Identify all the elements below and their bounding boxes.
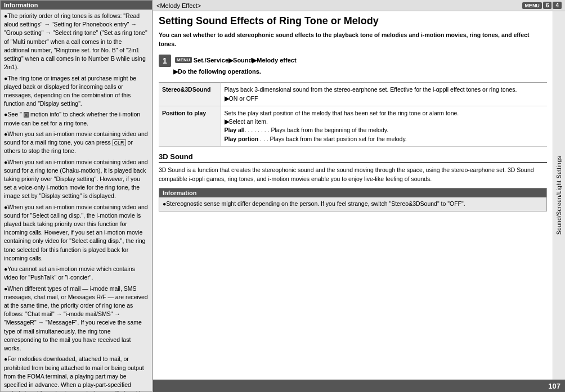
bottom-info-header: Information (159, 188, 546, 197)
left-bullet-3: ●See " □ motion info" to check whether t… (4, 110, 149, 127)
intro-text: You can set whether to add stereophonic … (159, 31, 547, 49)
left-bullet-8: ●When different types of mail — i-mode m… (4, 285, 149, 353)
step-line-1: 1 MENU Set./Service▶Sound▶Melody effect (159, 55, 547, 67)
menu-icon: MENU (522, 2, 542, 9)
dot-leader-2: . . . (258, 136, 270, 142)
table-cell-label-2: Position to play (159, 106, 221, 146)
table-row-position: Position to play Sets the play start pos… (159, 106, 547, 146)
arrow-icon-1: ▶ (225, 95, 229, 102)
page-number-bar: 107 (153, 380, 565, 392)
section-3d-body: 3D Sound is a function that creates the … (159, 166, 547, 184)
step-section: 1 MENU Set./Service▶Sound▶Melody effect … (159, 55, 547, 77)
table-row-stereo: Stereo&3DSound Plays back 3-dimensional … (159, 83, 547, 106)
play-all-label: Play all (225, 127, 245, 133)
section-3d-title: 3D Sound (159, 152, 547, 163)
bottom-info-bullet-1: ●Stereognostic sense might differ depend… (163, 200, 543, 208)
play-portion-label: Play portion (225, 136, 259, 142)
page-title-section: Setting Sound Effects of Ring Tone or Me… (159, 15, 547, 28)
table-cell-label-1: Stereo&3DSound (159, 83, 221, 106)
arrow-icon-2: ▶ (225, 118, 229, 125)
step-number: 1 (159, 55, 171, 67)
step-line-2: ▶Do the following operations. (159, 67, 547, 77)
page-title: Setting Sound Effects of Ring Tone or Me… (159, 15, 547, 28)
settings-table: Stereo&3DSound Plays back 3-dimensional … (159, 82, 547, 146)
left-bullet-4: ●When you set an i-motion movie containi… (4, 130, 149, 156)
step-menu-icon: MENU (175, 57, 192, 63)
right-header: <Melody Effect> MENU 6 4 (153, 0, 565, 11)
left-bullet-6: ●When you set an i-motion movie containi… (4, 203, 149, 263)
bottom-info-header-label: Information (163, 190, 197, 196)
step-text-2: Do the following operations. (178, 68, 261, 75)
info-header-label: Information (4, 2, 38, 8)
dot-leader-1: . . . . . . . . (245, 127, 271, 133)
menu-tag: <Melody Effect> (156, 2, 201, 9)
left-panel: Information ●The priority order of ring … (0, 0, 153, 392)
main-content: Setting Sound Effects of Ring Tone or Me… (153, 11, 553, 380)
table-cell-content-2: Sets the play start position of the melo… (221, 106, 547, 146)
left-info-box: Information ●The priority order of ring … (0, 0, 153, 392)
badge-num-1: 6 (543, 2, 552, 9)
right-panel: <Melody Effect> MENU 6 4 Setting Sound E… (153, 0, 565, 392)
right-content: Setting Sound Effects of Ring Tone or Me… (153, 11, 565, 380)
left-bullet-7: ●You cannot set an i-motion movie which … (4, 265, 149, 282)
right-sidebar: Sound/Screen/Light Settings (553, 11, 565, 380)
page-number: 107 (548, 382, 560, 390)
bottom-info-box: Information ●Stereognostic sense might d… (159, 188, 547, 211)
menu-badge-area: MENU 6 4 (522, 2, 562, 9)
badge-num-2: 4 (553, 2, 562, 9)
table-cell-content-1: Plays back 3-dimensional sound from the … (221, 83, 547, 106)
left-bullet-5: ●When you set an i-motion movie containi… (4, 158, 149, 201)
right-sidebar-label: Sound/Screen/Light Settings (556, 156, 562, 235)
left-info-header: Information (1, 1, 152, 10)
left-bullet-9: ●For melodies downloaded, attached to ma… (4, 355, 149, 392)
step-text-1: Set./Service▶Sound▶Melody effect (194, 57, 297, 64)
left-bullet-2: ●The ring tone or images set at purchase… (4, 74, 149, 109)
left-bullet-1: ●The priority order of ring tones is as … (4, 12, 149, 72)
